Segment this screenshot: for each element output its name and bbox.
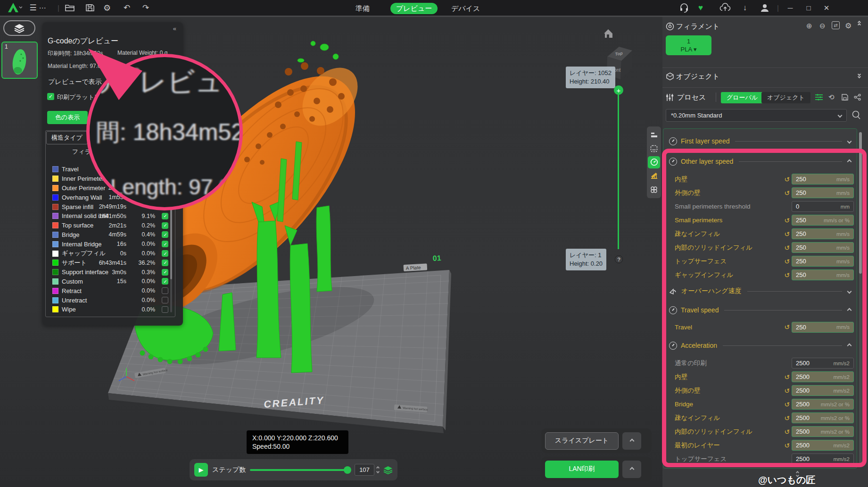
- cloud-model-library-icon[interactable]: ♥: [695, 0, 706, 16]
- reset-icon[interactable]: ↺: [782, 244, 792, 252]
- help-icon[interactable]: ?: [615, 255, 623, 263]
- cloud-upload-icon[interactable]: [719, 0, 731, 16]
- print-options-caret[interactable]: [622, 461, 641, 478]
- lan-print-button[interactable]: LAN印刷: [545, 461, 619, 478]
- play-button[interactable]: ▶: [194, 463, 208, 477]
- setting-input[interactable]: 0mm: [792, 201, 854, 212]
- setting-input[interactable]: 2500mm/s2 or %: [792, 399, 854, 410]
- reset-icon[interactable]: ↺: [782, 414, 792, 422]
- legend-row[interactable]: サポート 6h43m41s 36.2%: [46, 258, 176, 268]
- process-preset-dropdown[interactable]: *0.20mm Standard: [666, 109, 847, 122]
- setting-input[interactable]: 2500mm/s2 or %: [792, 426, 854, 437]
- tab-prepare[interactable]: 準備: [350, 3, 375, 14]
- process-tab-object[interactable]: オブジェクト: [761, 92, 810, 103]
- reset-icon[interactable]: ↺: [782, 323, 792, 331]
- parameter-list-icon[interactable]: [815, 94, 823, 101]
- reset-icon[interactable]: ↺: [782, 217, 792, 224]
- filament-collapse-icon[interactable]: [858, 21, 860, 26]
- main-menu-button[interactable]: ☰: [26, 0, 40, 16]
- tab-device[interactable]: デバイス: [446, 3, 486, 14]
- setting-input[interactable]: 250mm/s: [792, 228, 854, 239]
- menu-more-dots[interactable]: ⋯: [39, 0, 46, 16]
- legend-checkbox[interactable]: [162, 222, 168, 229]
- reset-icon[interactable]: ↺: [782, 258, 792, 265]
- legend-row[interactable]: Retract 0.0%: [46, 286, 176, 295]
- category-quality-icon[interactable]: [648, 129, 660, 141]
- category-speed-icon[interactable]: [648, 156, 660, 168]
- save-icon[interactable]: [84, 0, 96, 16]
- settings-scrollbar[interactable]: [859, 132, 862, 465]
- legend-checkbox[interactable]: [162, 260, 168, 266]
- tab-structure-type[interactable]: 構造タイプ: [46, 131, 88, 144]
- reset-icon[interactable]: ↺: [782, 387, 792, 395]
- slice-plate-button[interactable]: スライスプレート: [545, 432, 619, 450]
- legend-checkbox[interactable]: [162, 213, 168, 219]
- setting-input[interactable]: 250mm/s: [792, 242, 854, 253]
- legend-row[interactable]: ギャップフィル 0s 0.0%: [46, 249, 176, 258]
- filament-settings-icon[interactable]: ⚙: [845, 21, 851, 30]
- legend-row[interactable]: Top surface 2m21s 0.2%: [46, 221, 176, 230]
- legend-checkbox[interactable]: [162, 287, 168, 294]
- legend-row[interactable]: Unretract 0.0%: [46, 295, 176, 305]
- setting-input[interactable]: 250mm/s: [792, 269, 854, 280]
- color-scheme-button[interactable]: 色の表示: [47, 111, 88, 124]
- setting-input[interactable]: 250mm/s or %: [792, 215, 854, 226]
- close-button[interactable]: ✕: [822, 0, 831, 16]
- reset-icon[interactable]: ↺: [782, 189, 792, 197]
- support-headset-icon[interactable]: [679, 0, 689, 16]
- process-share-icon[interactable]: [854, 94, 861, 101]
- undo-icon[interactable]: ↶: [121, 0, 132, 16]
- category-strength-icon[interactable]: [648, 143, 660, 155]
- reset-icon[interactable]: ↺: [782, 401, 792, 408]
- process-tab-global[interactable]: グローバル: [721, 92, 763, 103]
- step-value-input[interactable]: 107: [355, 464, 374, 476]
- reset-icon[interactable]: ↺: [782, 428, 792, 436]
- setting-input[interactable]: 250mm/s: [792, 174, 854, 185]
- category-others-icon[interactable]: [648, 184, 660, 196]
- tab-preview[interactable]: プレビュー: [390, 3, 438, 14]
- section-first-layer-speed[interactable]: First layer speed: [663, 132, 857, 151]
- setting-input[interactable]: 250mm/s: [792, 187, 854, 198]
- step-slider-knob[interactable]: [344, 466, 351, 474]
- download-icon[interactable]: ↓: [740, 0, 750, 16]
- setting-input[interactable]: 250mm/s: [792, 322, 854, 333]
- app-logo[interactable]: [6, 0, 22, 16]
- legend-checkbox[interactable]: [162, 278, 168, 285]
- open-file-icon[interactable]: [64, 0, 75, 16]
- legend-checkbox[interactable]: [162, 231, 168, 238]
- layer-slider-handle[interactable]: +: [614, 85, 623, 95]
- setting-input[interactable]: 2500mm/s2: [792, 385, 854, 396]
- layer-slider-track[interactable]: [618, 94, 619, 249]
- section-travel-speed[interactable]: Travel speed: [663, 301, 857, 319]
- reset-icon[interactable]: ↺: [782, 442, 792, 449]
- object-expand-icon[interactable]: [858, 73, 860, 78]
- step-slider[interactable]: [250, 469, 350, 471]
- legend-row[interactable]: Wipe 0.0%: [46, 305, 176, 314]
- plate-thumbnail-1[interactable]: 1: [1, 42, 38, 79]
- redo-icon[interactable]: ↷: [140, 0, 151, 16]
- category-support-icon[interactable]: [648, 170, 660, 182]
- slice-options-caret[interactable]: [622, 432, 641, 450]
- section-acceleration[interactable]: Acceleration: [663, 335, 857, 356]
- legend-checkbox[interactable]: [162, 269, 168, 276]
- legend-row[interactable]: Support interface 3m0s 0.3%: [46, 268, 176, 277]
- legend-row[interactable]: Internal solid infill 1h41m50s 9.1%: [46, 211, 176, 221]
- process-reset-icon[interactable]: ⟲: [828, 93, 835, 101]
- process-save-icon[interactable]: [842, 94, 848, 101]
- section-other-layer-speed[interactable]: Other layer speed: [663, 151, 857, 172]
- reset-icon[interactable]: ↺: [782, 271, 792, 279]
- filament-remove-icon[interactable]: ⊖: [819, 22, 826, 30]
- legend-checkbox[interactable]: [162, 297, 168, 303]
- legend-row[interactable]: Internal Bridge 16s 0.0%: [46, 239, 176, 249]
- legend-row[interactable]: Custom 15s 0.0%: [46, 277, 176, 286]
- legend-checkbox[interactable]: [162, 241, 168, 247]
- reset-icon[interactable]: ↺: [782, 176, 792, 183]
- legend-row[interactable]: Bridge 4m59s 0.4%: [46, 230, 176, 240]
- reset-icon[interactable]: ↺: [782, 230, 792, 238]
- step-spinner[interactable]: [377, 467, 379, 473]
- search-icon[interactable]: [851, 110, 861, 120]
- minimize-button[interactable]: ─: [785, 0, 795, 16]
- user-account-icon[interactable]: [760, 0, 770, 16]
- setting-input[interactable]: 2500mm/s2: [792, 371, 854, 382]
- filament-add-icon[interactable]: ⊕: [806, 22, 812, 30]
